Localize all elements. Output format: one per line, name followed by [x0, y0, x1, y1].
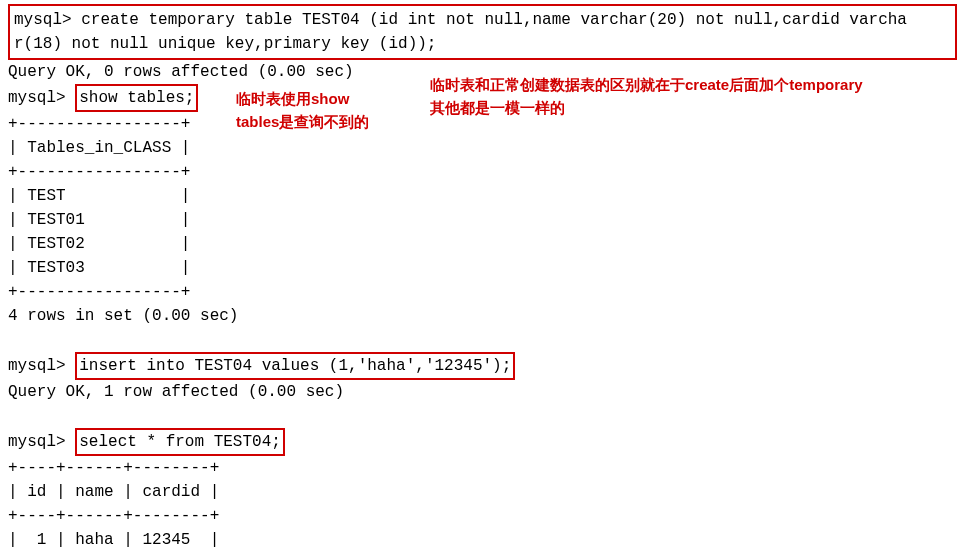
- table-border-mid: +-----------------+: [8, 160, 951, 184]
- prompt-show: mysql>: [8, 89, 75, 107]
- show-tables-box: show tables;: [75, 84, 198, 112]
- annotation-2-line1: 临时表和正常创建数据表的区别就在于create后面加个temporary: [430, 76, 863, 93]
- annotation-show-tables: 临时表使用show tables是查询不到的: [236, 88, 369, 133]
- blank-line: [8, 404, 951, 428]
- create-table-box: mysql> create temporary table TEST04 (id…: [8, 4, 957, 60]
- annotation-temporary: 临时表和正常创建数据表的区别就在于create后面加个temporary 其他都…: [430, 74, 863, 119]
- table-row: | TEST03 |: [8, 256, 951, 280]
- insert-line: mysql> insert into TEST04 values (1,'hah…: [8, 352, 951, 380]
- sql-create-line2: r(18) not null unique key,primary key (i…: [14, 35, 436, 53]
- table-border-bottom: +-----------------+: [8, 280, 951, 304]
- annotation-2-line2: 其他都是一模一样的: [430, 99, 565, 116]
- table-header: | Tables_in_CLASS |: [8, 136, 951, 160]
- rows-in-set: 4 rows in set (0.00 sec): [8, 304, 951, 328]
- result-border-top: +----+------+--------+: [8, 456, 951, 480]
- sql-create-line1: mysql> create temporary table TEST04 (id…: [14, 11, 907, 29]
- annotation-1-line1: 临时表使用show: [236, 90, 349, 107]
- annotation-1-line2: tables是查询不到的: [236, 113, 369, 130]
- insert-box: insert into TEST04 values (1,'haha','123…: [75, 352, 515, 380]
- result-row: | 1 | haha | 12345 |: [8, 528, 951, 552]
- show-tables-text: show tables;: [79, 89, 194, 107]
- select-box: select * from TEST04;: [75, 428, 285, 456]
- prompt-insert: mysql>: [8, 357, 75, 375]
- table-row: | TEST02 |: [8, 232, 951, 256]
- query-ok-2: Query OK, 1 row affected (0.00 sec): [8, 380, 951, 404]
- table-row: | TEST01 |: [8, 208, 951, 232]
- result-border-mid: +----+------+--------+: [8, 504, 951, 528]
- select-text: select * from TEST04;: [79, 433, 281, 451]
- prompt-select: mysql>: [8, 433, 75, 451]
- select-line: mysql> select * from TEST04;: [8, 428, 951, 456]
- insert-text: insert into TEST04 values (1,'haha','123…: [79, 357, 511, 375]
- blank-line: [8, 328, 951, 352]
- table-row: | TEST |: [8, 184, 951, 208]
- result-header: | id | name | cardid |: [8, 480, 951, 504]
